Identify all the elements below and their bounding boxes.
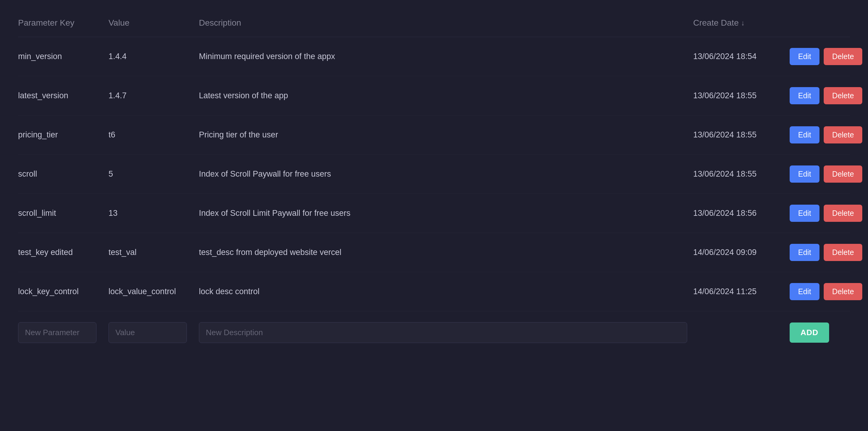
- edit-button[interactable]: Edit: [789, 87, 819, 104]
- table-row: min_version 1.4.4 Minimum required versi…: [18, 37, 850, 76]
- edit-button[interactable]: Edit: [789, 244, 819, 261]
- cell-description: lock desc control: [199, 287, 693, 296]
- table-row: pricing_tier t6 Pricing tier of the user…: [18, 116, 850, 155]
- table-row: test_key edited test_val test_desc from …: [18, 233, 850, 272]
- cell-value: 5: [108, 170, 199, 179]
- value-label: Value: [108, 18, 130, 28]
- parameters-table: Parameter Key Value Description Create D…: [18, 12, 850, 349]
- new-value-input[interactable]: [108, 322, 187, 343]
- delete-button[interactable]: Delete: [824, 126, 862, 144]
- edit-button[interactable]: Edit: [789, 283, 819, 300]
- delete-button[interactable]: Delete: [824, 165, 862, 183]
- table-header: Parameter Key Value Description Create D…: [18, 12, 850, 37]
- cell-actions: Edit Delete: [789, 126, 850, 144]
- add-actions-cell: ADD: [789, 322, 850, 343]
- cell-parameter-key: latest_version: [18, 91, 108, 100]
- cell-actions: Edit Delete: [789, 205, 850, 222]
- delete-button[interactable]: Delete: [824, 283, 862, 300]
- add-parameter-row: ADD: [18, 311, 850, 349]
- cell-create-date: 13/06/2024 18:54: [693, 52, 789, 61]
- cell-description: Latest version of the app: [199, 91, 693, 100]
- cell-create-date: 14/06/2024 11:25: [693, 287, 789, 296]
- delete-button[interactable]: Delete: [824, 244, 862, 261]
- cell-value: lock_value_control: [108, 287, 199, 296]
- cell-create-date: 13/06/2024 18:55: [693, 170, 789, 179]
- table-row: scroll 5 Index of Scroll Paywall for fre…: [18, 155, 850, 194]
- cell-parameter-key: test_key edited: [18, 248, 108, 257]
- new-description-cell: [199, 322, 693, 343]
- cell-create-date: 13/06/2024 18:55: [693, 91, 789, 100]
- add-button[interactable]: ADD: [789, 322, 829, 343]
- cell-create-date: 13/06/2024 18:56: [693, 209, 789, 218]
- create-date-label: Create Date: [693, 18, 739, 28]
- table-row: latest_version 1.4.7 Latest version of t…: [18, 76, 850, 116]
- delete-button[interactable]: Delete: [824, 205, 862, 222]
- edit-button[interactable]: Edit: [789, 205, 819, 222]
- cell-value: t6: [108, 130, 199, 140]
- cell-create-date: 13/06/2024 18:55: [693, 130, 789, 140]
- parameter-key-label: Parameter Key: [18, 18, 74, 28]
- cell-parameter-key: lock_key_control: [18, 287, 108, 296]
- new-value-cell: [108, 322, 199, 343]
- cell-parameter-key: pricing_tier: [18, 130, 108, 140]
- cell-actions: Edit Delete: [789, 244, 850, 261]
- table-row: scroll_limit 13 Index of Scroll Limit Pa…: [18, 194, 850, 233]
- cell-value: 1.4.4: [108, 52, 199, 61]
- cell-create-date: 14/06/2024 09:09: [693, 248, 789, 257]
- column-header-create-date: Create Date ↓: [693, 18, 789, 28]
- delete-button[interactable]: Delete: [824, 87, 862, 104]
- table-body: min_version 1.4.4 Minimum required versi…: [18, 37, 850, 311]
- cell-value: 13: [108, 209, 199, 218]
- new-parameter-key-cell: [18, 322, 108, 343]
- description-label: Description: [199, 18, 241, 28]
- cell-actions: Edit Delete: [789, 87, 850, 104]
- edit-button[interactable]: Edit: [789, 48, 819, 65]
- cell-actions: Edit Delete: [789, 283, 850, 300]
- cell-parameter-key: min_version: [18, 52, 108, 61]
- cell-parameter-key: scroll_limit: [18, 209, 108, 218]
- column-header-parameter-key: Parameter Key: [18, 18, 108, 28]
- cell-value: test_val: [108, 248, 199, 257]
- column-header-description: Description: [199, 18, 693, 28]
- column-header-actions: [789, 18, 850, 28]
- new-parameter-key-input[interactable]: [18, 322, 96, 343]
- cell-description: Index of Scroll Limit Paywall for free u…: [199, 209, 693, 218]
- cell-description: Pricing tier of the user: [199, 130, 693, 140]
- new-description-input[interactable]: [199, 322, 687, 343]
- edit-button[interactable]: Edit: [789, 126, 819, 144]
- cell-actions: Edit Delete: [789, 48, 850, 65]
- table-row: lock_key_control lock_value_control lock…: [18, 272, 850, 311]
- delete-button[interactable]: Delete: [824, 48, 862, 65]
- column-header-value: Value: [108, 18, 199, 28]
- cell-value: 1.4.7: [108, 91, 199, 100]
- cell-parameter-key: scroll: [18, 170, 108, 179]
- edit-button[interactable]: Edit: [789, 165, 819, 183]
- cell-description: test_desc from deployed website vercel: [199, 248, 693, 257]
- cell-description: Index of Scroll Paywall for free users: [199, 170, 693, 179]
- sort-arrow-icon[interactable]: ↓: [741, 19, 745, 27]
- cell-description: Minimum required version of the appx: [199, 52, 693, 61]
- cell-actions: Edit Delete: [789, 165, 850, 183]
